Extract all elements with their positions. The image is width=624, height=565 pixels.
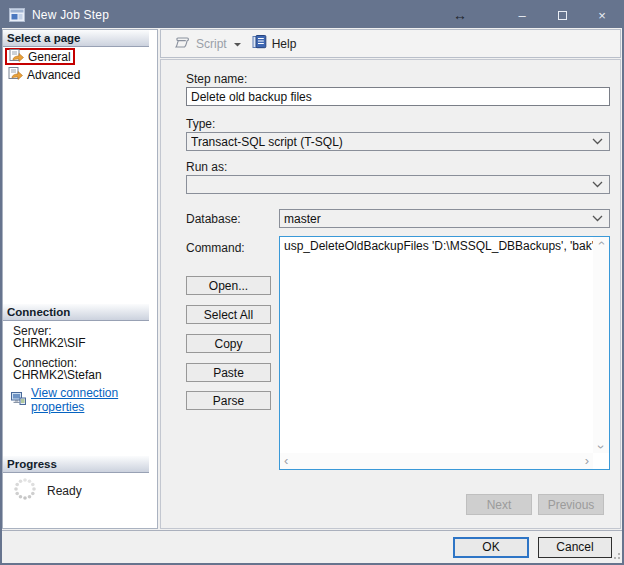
maximize-button[interactable] — [542, 2, 582, 28]
command-label: Command: — [186, 241, 245, 255]
progress-status-text: Ready — [47, 484, 82, 498]
next-button[interactable]: Next — [466, 494, 532, 515]
sidebar-item-label: Advanced — [27, 68, 80, 82]
scroll-down-icon[interactable]: › — [595, 441, 607, 453]
help-button[interactable]: Help — [248, 33, 301, 54]
step-name-input[interactable] — [186, 87, 610, 106]
type-label: Type: — [186, 117, 215, 131]
ok-button[interactable]: OK — [453, 537, 529, 558]
paste-button[interactable]: Paste — [186, 363, 271, 382]
dialog-footer: OK Cancel — [2, 530, 622, 563]
titlebar: New Job Step ↔ – × — [2, 2, 622, 28]
type-select-value: Transact-SQL script (T-SQL) — [191, 135, 592, 149]
step-name-label: Step name: — [186, 72, 247, 86]
type-select[interactable]: Transact-SQL script (T-SQL) — [186, 132, 610, 151]
chevron-down-icon — [592, 138, 603, 145]
copy-button[interactable]: Copy — [186, 334, 271, 353]
select-a-page-header: Select a page — [3, 30, 149, 47]
sidebar-item-label: General — [28, 50, 71, 64]
command-vertical-scrollbar[interactable]: › › — [593, 237, 609, 453]
progress-spinner-icon — [12, 476, 38, 505]
script-icon — [174, 36, 191, 52]
sidebar-item-general[interactable]: General — [5, 48, 75, 65]
connection-value: CHRMK2\Stefan — [13, 368, 102, 382]
maximize-icon — [558, 11, 567, 20]
chevron-down-icon — [592, 181, 603, 188]
close-button[interactable]: × — [582, 2, 622, 28]
view-connection-properties-link[interactable]: View connection properties — [11, 386, 157, 414]
general-page-panel: Step name: Type: Transact-SQL script (T-… — [160, 59, 621, 529]
new-job-step-dialog: New Job Step ↔ – × Select a page General — [0, 0, 624, 565]
dialog-toolbar: Script Help — [160, 29, 621, 58]
window-icon — [9, 8, 25, 22]
page-icon — [9, 49, 24, 65]
database-select-value: master — [284, 212, 592, 226]
run-as-select[interactable] — [186, 175, 610, 194]
server-value: CHRMK2\SIF — [13, 336, 86, 350]
window-title: New Job Step — [32, 8, 109, 22]
script-button[interactable]: Script — [170, 34, 231, 54]
window-controls: ↔ – × — [440, 2, 622, 28]
progress-header: Progress — [3, 456, 149, 473]
resize-grip[interactable] — [612, 553, 620, 561]
resize-cursor-icon: ↔ — [440, 2, 480, 28]
command-text[interactable]: usp_DeleteOldBackupFiles 'D:\MSSQL_DBBac… — [280, 237, 593, 453]
connection-properties-icon — [11, 392, 26, 408]
cancel-button[interactable]: Cancel — [538, 537, 612, 558]
script-button-label: Script — [196, 37, 227, 51]
database-select[interactable]: master — [279, 209, 610, 228]
command-horizontal-scrollbar[interactable]: ‹ › — [280, 453, 593, 469]
script-dropdown-arrow-icon[interactable] — [233, 37, 242, 51]
connection-header: Connection — [3, 304, 149, 321]
chevron-down-icon — [592, 215, 603, 222]
sidebar-item-advanced[interactable]: Advanced — [5, 66, 83, 83]
parse-button[interactable]: Parse — [186, 391, 271, 410]
minimize-button[interactable]: – — [502, 2, 542, 28]
help-icon — [252, 35, 267, 52]
previous-button[interactable]: Previous — [538, 494, 604, 515]
page-icon — [8, 67, 23, 83]
run-as-label: Run as: — [186, 160, 227, 174]
sidebar: Select a page General — [2, 29, 158, 529]
scroll-up-icon[interactable]: › — [595, 237, 607, 249]
database-label: Database: — [186, 212, 241, 226]
view-connection-properties-label: View connection properties — [31, 386, 157, 414]
scroll-right-icon[interactable]: › — [581, 455, 593, 467]
command-textarea[interactable]: usp_DeleteOldBackupFiles 'D:\MSSQL_DBBac… — [279, 236, 610, 470]
open-button[interactable]: Open... — [186, 276, 271, 295]
progress-status-row: Ready — [12, 476, 82, 505]
scroll-left-icon[interactable]: ‹ — [280, 455, 292, 467]
help-button-label: Help — [272, 37, 297, 51]
select-all-button[interactable]: Select All — [186, 305, 271, 324]
